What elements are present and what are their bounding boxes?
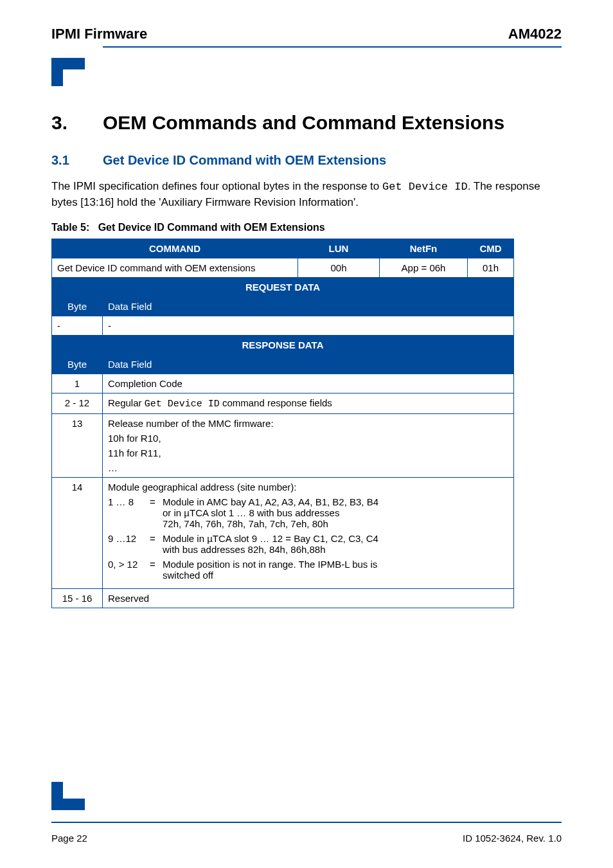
th-request: REQUEST DATA <box>52 277 514 296</box>
resp-byte-1: 1 <box>52 374 103 393</box>
corner-decoration-bottom <box>51 782 96 810</box>
cmd-cmd: 01h <box>468 258 514 277</box>
geo-val: Module position is not in range. The IPM… <box>163 559 508 581</box>
doc-id: ID 1052-3624, Rev. 1.0 <box>463 833 562 844</box>
table-caption: Table 5: Get Device ID Command with OEM … <box>51 222 562 233</box>
th-byte-2: Byte <box>52 354 103 374</box>
geo-row: 1 … 8=Module in AMC bay A1, A2, A3, A4, … <box>108 496 508 529</box>
geo-row: 0, > 12=Module position is not in range.… <box>108 559 508 581</box>
resp-2-post: command response fields <box>220 397 332 408</box>
geo-eq: = <box>150 496 163 529</box>
r13-l2: 10h for R10, <box>108 433 508 444</box>
r13-l3: 11h for R11, <box>108 448 508 458</box>
resp-field-14: Module geographical address (site number… <box>103 477 514 588</box>
intro-code: Get Device ID <box>382 181 468 193</box>
resp-field-15: Reserved <box>103 588 514 608</box>
geo-eq: = <box>150 533 163 555</box>
section-title: Get Device ID Command with OEM Extension… <box>103 153 386 168</box>
corner-decoration-top <box>51 58 96 84</box>
th-netfn: NetFn <box>380 239 468 258</box>
page-number: Page 22 <box>51 833 87 844</box>
header-rule <box>103 46 562 48</box>
r13-l1: Release number of the MMC firmware: <box>108 418 508 429</box>
resp-2-pre: Regular <box>108 397 145 408</box>
r13-l4: … <box>108 462 508 473</box>
chapter-number: 3. <box>51 112 103 134</box>
th-lun: LUN <box>298 239 380 258</box>
resp-field-13: Release number of the MMC firmware: 10h … <box>103 413 514 477</box>
intro-paragraph: The IPMI specification defines four opti… <box>51 179 562 210</box>
cmd-lun: 00h <box>298 258 380 277</box>
resp-field-2: Regular Get Device ID command response f… <box>103 393 514 413</box>
doc-section-title: IPMI Firmware <box>51 26 147 42</box>
table-title: Get Device ID Command with OEM Extension… <box>98 222 325 233</box>
resp-byte-14: 14 <box>52 477 103 588</box>
geo-val: Module in µTCA slot 9 … 12 = Bay C1, C2,… <box>163 533 508 555</box>
intro-pre: The IPMI specification defines four opti… <box>51 180 382 192</box>
resp-byte-13: 13 <box>52 413 103 477</box>
cmd-netfn: App = 06h <box>380 258 468 277</box>
th-datafield-2: Data Field <box>103 354 514 374</box>
r14-title: Module geographical address (site number… <box>108 482 508 493</box>
cmd-name: Get Device ID command with OEM extension… <box>52 258 298 277</box>
th-byte: Byte <box>52 296 103 316</box>
footer-rule <box>51 822 562 823</box>
th-cmd: CMD <box>468 239 514 258</box>
command-table: COMMAND LUN NetFn CMD Get Device ID comm… <box>51 239 514 608</box>
geo-key: 9 …12 <box>108 533 150 555</box>
resp-2-code: Get Device ID <box>145 399 220 410</box>
table-label: Table 5: <box>51 222 89 233</box>
geo-val: Module in AMC bay A1, A2, A3, A4, B1, B2… <box>163 496 508 529</box>
chapter-title: OEM Commands and Command Extensions <box>103 112 504 134</box>
th-response: RESPONSE DATA <box>52 335 514 354</box>
resp-byte-2: 2 - 12 <box>52 393 103 413</box>
section-number: 3.1 <box>51 153 103 168</box>
req-byte: - <box>52 316 103 335</box>
geo-key: 0, > 12 <box>108 559 150 581</box>
geo-key: 1 … 8 <box>108 496 150 529</box>
resp-field-1: Completion Code <box>103 374 514 393</box>
doc-model: AM4022 <box>508 26 562 42</box>
resp-byte-15: 15 - 16 <box>52 588 103 608</box>
req-field: - <box>103 316 514 335</box>
th-command: COMMAND <box>52 239 298 258</box>
geo-eq: = <box>150 559 163 581</box>
geo-row: 9 …12=Module in µTCA slot 9 … 12 = Bay C… <box>108 533 508 555</box>
th-datafield: Data Field <box>103 296 514 316</box>
